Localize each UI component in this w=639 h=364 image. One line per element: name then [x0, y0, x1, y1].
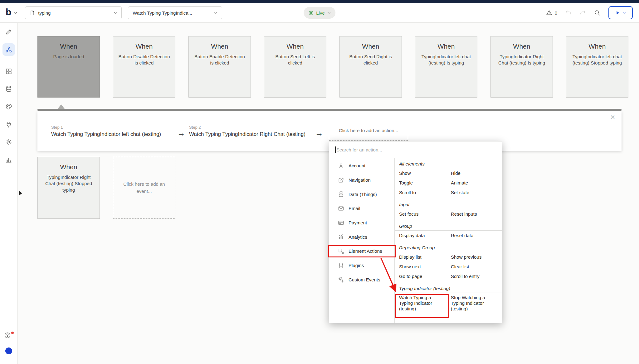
event-card-title: When: [589, 43, 606, 50]
avatar[interactable]: [5, 347, 12, 354]
event-cards-row: WhenPage is loadedWhenButton Disable Det…: [37, 36, 628, 98]
sidebar-item-styles[interactable]: [2, 100, 15, 113]
action-item[interactable]: Set state: [451, 190, 502, 195]
preview-run-button[interactable]: [608, 6, 633, 19]
step-arrow-icon: →: [177, 128, 185, 138]
action-item[interactable]: Show: [399, 170, 451, 176]
workflow-step[interactable]: Step 1Watch Typing TypingIndicator left …: [51, 125, 177, 137]
issues-indicator[interactable]: 0: [546, 10, 557, 16]
timeline-notch: [58, 104, 65, 109]
bubble-logo-menu[interactable]: b: [6, 8, 17, 17]
action-item[interactable]: Watch Typing a Typing Indicator (testing…: [399, 295, 438, 312]
page-selector[interactable]: typing: [25, 6, 122, 19]
page-icon: [30, 10, 35, 16]
event-card[interactable]: WhenTypingIndicator left chat (testing) …: [566, 36, 628, 98]
event-card[interactable]: WhenButton Send Right is clicked: [339, 36, 402, 98]
redo-icon[interactable]: [580, 10, 586, 16]
action-item[interactable]: Show next: [399, 264, 451, 269]
action-item[interactable]: Animate: [451, 180, 502, 185]
action-category-payment[interactable]: Payment: [329, 216, 394, 230]
action-item[interactable]: Reset inputs: [451, 211, 502, 217]
event-card-title: When: [438, 43, 455, 50]
action-menu-popup: AccountNavigationData (Things)EmailPayme…: [329, 141, 502, 323]
action-item[interactable]: Set focus: [399, 211, 451, 217]
event-card[interactable]: WhenPage is loaded: [37, 36, 100, 98]
action-item[interactable]: Scroll to entry: [451, 274, 502, 279]
text-cursor: [335, 146, 336, 153]
action-category-label: Account: [349, 163, 365, 168]
action-item[interactable]: Stop Watching a Typing Indicator (testin…: [451, 295, 490, 312]
event-card[interactable]: When TypingIndicator Right Chat (testing…: [37, 157, 100, 219]
event-card[interactable]: WhenTypingIndicator Right Chat (testing)…: [490, 36, 553, 98]
action-section-header: Group: [395, 221, 502, 231]
event-card[interactable]: WhenButton Enable Detection is clicked: [188, 36, 251, 98]
pencil-icon: [5, 28, 12, 35]
undo-icon[interactable]: [565, 10, 572, 16]
action-row: Display listShow previous: [395, 252, 502, 262]
timeline-bar[interactable]: [37, 109, 622, 111]
action-category-label: Email: [349, 206, 360, 211]
action-item[interactable]: Display list: [399, 254, 451, 260]
sidebar-item-workflow[interactable]: [2, 43, 15, 56]
action-item[interactable]: Toggle: [399, 180, 451, 185]
action-category-analytics[interactable]: Analytics: [329, 230, 394, 244]
action-section-header: Repeating Group: [395, 242, 502, 252]
sidebar-item-layout[interactable]: [2, 65, 15, 78]
event-card[interactable]: WhenButton Disable Detection is clicked: [113, 36, 175, 98]
globe-icon: [308, 10, 314, 16]
workflow-selector-value: Watch Typing TypingIndica...: [133, 10, 192, 16]
event-card-title: When: [362, 43, 379, 50]
event-card-title: When: [136, 43, 153, 50]
event-card[interactable]: WhenButton Send Left is clicked: [264, 36, 326, 98]
event-card-title: When: [60, 163, 77, 171]
sidebar-item-plugins[interactable]: [2, 118, 15, 131]
add-event-button[interactable]: Click here to add an event...: [113, 157, 175, 219]
event-card[interactable]: WhenTypingIndicator left chat (testing) …: [415, 36, 477, 98]
sidebar-item-data[interactable]: [2, 83, 15, 95]
action-item[interactable]: Clear list: [451, 264, 502, 269]
action-section-header: Input: [395, 199, 502, 209]
action-category-element-actions[interactable]: Element Actions: [329, 244, 394, 258]
sidebar-item-design[interactable]: [2, 26, 15, 38]
event-card-title: When: [60, 43, 77, 50]
workflow-step[interactable]: Step 2Watch Typing TypingIndicator Right…: [189, 125, 315, 137]
action-category-label: Analytics: [349, 234, 367, 240]
workflow-selector[interactable]: Watch Typing TypingIndica...: [128, 6, 222, 19]
sidebar-collapse-handle[interactable]: [19, 191, 22, 196]
action-section: Repeating GroupDisplay listShow previous…: [395, 242, 502, 281]
action-category-label: Payment: [349, 220, 367, 225]
action-item[interactable]: Display data: [399, 233, 451, 238]
action-category-navigation[interactable]: Navigation: [329, 173, 394, 187]
action-search-input[interactable]: [329, 141, 502, 158]
environment-selector[interactable]: Live: [304, 7, 335, 19]
action-item[interactable]: Show previous: [451, 254, 502, 260]
toolbar-right-cluster: 0: [546, 6, 633, 19]
payment-icon: [338, 220, 344, 226]
add-action-button[interactable]: Click here to add an action...: [329, 120, 408, 141]
event-card-subtitle: Button Send Left is clicked: [268, 54, 322, 66]
step-arrow-icon: →: [315, 128, 323, 138]
action-category-custom-events[interactable]: Custom Events: [329, 273, 394, 287]
action-item[interactable]: Go to page: [399, 274, 451, 279]
close-icon[interactable]: ✕: [610, 114, 615, 120]
event-card-subtitle: Button Enable Detection is clicked: [193, 54, 246, 66]
event-card-subtitle: TypingIndicator Right Chat (testing) Is …: [495, 54, 549, 66]
action-category-data-things[interactable]: Data (Things): [329, 187, 394, 201]
action-category-email[interactable]: Email: [329, 201, 394, 216]
action-item[interactable]: Reset data: [451, 233, 502, 238]
environment-label: Live: [316, 10, 325, 16]
event-card-subtitle: Button Send Right is clicked: [344, 54, 398, 66]
steps-flow: Step 1Watch Typing TypingIndicator left …: [51, 124, 327, 138]
event-card-subtitle: TypingIndicator left chat (testing) Is t…: [419, 54, 473, 66]
database-icon: [5, 85, 12, 92]
help-button[interactable]: [4, 332, 13, 341]
action-row: ShowHide: [395, 168, 502, 178]
sidebar-item-settings[interactable]: [2, 136, 15, 148]
action-category-account[interactable]: Account: [329, 159, 394, 173]
action-category-plugins[interactable]: Plugins: [329, 258, 394, 273]
action-item[interactable]: Hide: [451, 170, 502, 176]
action-category-label: Element Actions: [349, 248, 382, 254]
search-icon[interactable]: [594, 10, 600, 16]
sidebar-item-logs[interactable]: [2, 154, 15, 166]
action-item[interactable]: Scroll to: [399, 190, 451, 195]
